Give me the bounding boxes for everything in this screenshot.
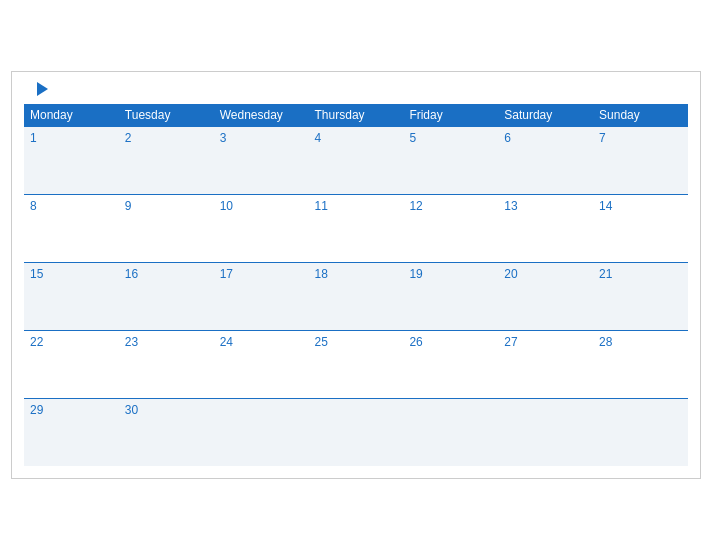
calendar-day-cell: 27 — [498, 330, 593, 398]
day-number: 29 — [30, 403, 43, 417]
weekday-header-sunday: Sunday — [593, 104, 688, 127]
day-number: 20 — [504, 267, 517, 281]
calendar-day-cell: 10 — [214, 194, 309, 262]
calendar-day-cell: 24 — [214, 330, 309, 398]
calendar-day-cell: 22 — [24, 330, 119, 398]
weekday-header-monday: Monday — [24, 104, 119, 127]
calendar-day-cell: 3 — [214, 126, 309, 194]
calendar-day-cell: 1 — [24, 126, 119, 194]
calendar-day-cell: 6 — [498, 126, 593, 194]
calendar-day-cell: 9 — [119, 194, 214, 262]
day-number: 1 — [30, 131, 37, 145]
logo-flag-icon — [26, 82, 48, 96]
day-number: 25 — [315, 335, 328, 349]
calendar-day-cell — [498, 398, 593, 466]
calendar-day-cell: 25 — [309, 330, 404, 398]
day-number: 26 — [409, 335, 422, 349]
calendar-week-row: 891011121314 — [24, 194, 688, 262]
calendar-day-cell: 20 — [498, 262, 593, 330]
calendar-day-cell: 4 — [309, 126, 404, 194]
day-number: 7 — [599, 131, 606, 145]
logo — [24, 82, 48, 96]
weekday-header-wednesday: Wednesday — [214, 104, 309, 127]
weekday-header-tuesday: Tuesday — [119, 104, 214, 127]
calendar-day-cell: 16 — [119, 262, 214, 330]
calendar-day-cell: 23 — [119, 330, 214, 398]
calendar-day-cell — [593, 398, 688, 466]
calendar-day-cell: 14 — [593, 194, 688, 262]
day-number: 19 — [409, 267, 422, 281]
day-number: 14 — [599, 199, 612, 213]
day-number: 24 — [220, 335, 233, 349]
day-number: 28 — [599, 335, 612, 349]
calendar-week-row: 22232425262728 — [24, 330, 688, 398]
calendar-day-cell: 5 — [403, 126, 498, 194]
day-number: 23 — [125, 335, 138, 349]
day-number: 10 — [220, 199, 233, 213]
calendar-day-cell: 26 — [403, 330, 498, 398]
calendar-table: MondayTuesdayWednesdayThursdayFridaySatu… — [24, 104, 688, 467]
calendar-day-cell: 28 — [593, 330, 688, 398]
calendar-day-cell: 29 — [24, 398, 119, 466]
weekday-header-thursday: Thursday — [309, 104, 404, 127]
calendar-day-cell: 8 — [24, 194, 119, 262]
calendar-container: MondayTuesdayWednesdayThursdayFridaySatu… — [11, 71, 701, 480]
day-number: 30 — [125, 403, 138, 417]
weekday-header-friday: Friday — [403, 104, 498, 127]
calendar-day-cell: 12 — [403, 194, 498, 262]
calendar-day-cell: 7 — [593, 126, 688, 194]
day-number: 16 — [125, 267, 138, 281]
day-number: 15 — [30, 267, 43, 281]
day-number: 3 — [220, 131, 227, 145]
calendar-day-cell: 18 — [309, 262, 404, 330]
calendar-day-cell: 13 — [498, 194, 593, 262]
day-number: 8 — [30, 199, 37, 213]
calendar-day-cell: 30 — [119, 398, 214, 466]
day-number: 2 — [125, 131, 132, 145]
day-number: 12 — [409, 199, 422, 213]
calendar-day-cell: 15 — [24, 262, 119, 330]
day-number: 9 — [125, 199, 132, 213]
day-number: 11 — [315, 199, 328, 213]
calendar-day-cell — [403, 398, 498, 466]
calendar-day-cell: 17 — [214, 262, 309, 330]
calendar-week-row: 1234567 — [24, 126, 688, 194]
day-number: 6 — [504, 131, 511, 145]
day-number: 5 — [409, 131, 416, 145]
day-number: 22 — [30, 335, 43, 349]
svg-marker-0 — [37, 82, 48, 96]
calendar-day-cell: 2 — [119, 126, 214, 194]
calendar-header — [24, 82, 688, 96]
weekday-header-saturday: Saturday — [498, 104, 593, 127]
calendar-week-row: 2930 — [24, 398, 688, 466]
weekday-header-row: MondayTuesdayWednesdayThursdayFridaySatu… — [24, 104, 688, 127]
calendar-week-row: 15161718192021 — [24, 262, 688, 330]
calendar-day-cell — [214, 398, 309, 466]
day-number: 27 — [504, 335, 517, 349]
day-number: 4 — [315, 131, 322, 145]
day-number: 17 — [220, 267, 233, 281]
day-number: 13 — [504, 199, 517, 213]
calendar-day-cell: 11 — [309, 194, 404, 262]
calendar-day-cell: 21 — [593, 262, 688, 330]
calendar-day-cell: 19 — [403, 262, 498, 330]
calendar-day-cell — [309, 398, 404, 466]
day-number: 21 — [599, 267, 612, 281]
day-number: 18 — [315, 267, 328, 281]
